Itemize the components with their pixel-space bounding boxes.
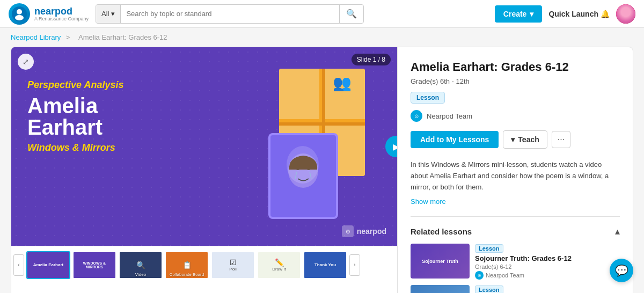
thumb-next-button[interactable]: › — [349, 254, 360, 276]
show-more-button[interactable]: Show more — [411, 197, 446, 206]
chat-icon: 💬 — [615, 264, 628, 277]
svg-point-3 — [288, 153, 318, 188]
slide-counter: Slide 1 / 8 — [352, 54, 391, 65]
svg-point-5 — [306, 166, 311, 170]
related-author-row-1: ⊙ Nearpod Team — [475, 271, 620, 280]
search-filter-dropdown[interactable]: All ▾ — [96, 5, 121, 23]
create-button[interactable]: Create ▾ — [495, 5, 543, 23]
breadcrumb-current: Amelia Earhart: Grades 6-12 — [78, 33, 167, 41]
related-card-1[interactable]: Sojourner Truth Lesson Sojourner Truth: … — [411, 244, 620, 280]
thumbnail-4[interactable]: 📋 Collaborate Board — [165, 251, 209, 279]
slide-title-main: Amelia Earhart — [27, 95, 123, 138]
author-row: ⊙ Nearpod Team — [411, 110, 620, 122]
expand-button[interactable]: ⤢ — [18, 54, 34, 70]
thumb-3-label: Video — [120, 272, 162, 277]
chevron-down-icon: ▾ — [511, 135, 515, 144]
related-card-2[interactable]: Lesson — [411, 285, 620, 293]
related-badge-2: Lesson — [475, 285, 503, 293]
related-thumb-2 — [411, 285, 470, 293]
logo-icon — [9, 3, 30, 25]
breadcrumb-library-link[interactable]: Nearpod Library — [11, 33, 61, 41]
svg-line-7 — [310, 172, 311, 179]
thumbnail-3[interactable]: 🔍 Video — [119, 251, 163, 279]
main-content: Slide 1 / 8 ⤢ Perspective Analysis Ameli… — [11, 47, 633, 293]
lesson-description: In this Windows & Mirrors mini-lesson, s… — [411, 159, 620, 193]
header: nearpod A Renaissance Company All ▾ 🔍 Cr… — [0, 0, 644, 28]
info-panel: Amelia Earhart: Grades 6-12 Grade(s) 6th… — [398, 47, 633, 293]
svg-line-6 — [295, 172, 297, 179]
more-options-button[interactable]: ··· — [552, 131, 570, 148]
thumb-prev-button[interactable]: ‹ — [13, 254, 24, 276]
slide-title-small: Perspective Analysis — [27, 79, 123, 91]
svg-point-2 — [15, 15, 24, 20]
slide-subtitle: Windows & Mirrors — [27, 142, 123, 153]
related-lessons-header: Related lessons — [411, 216, 620, 237]
search-bar: All ▾ 🔍 — [96, 4, 364, 24]
related-card-title-1: Sojourner Truth: Grades 6-12 — [475, 254, 620, 262]
logo-area: nearpod A Renaissance Company — [9, 3, 89, 25]
add-to-lessons-button[interactable]: Add to My Lessons — [411, 131, 499, 148]
thumb-4-label: Collaborate Board — [166, 272, 208, 277]
related-title: Related lessons — [411, 227, 472, 236]
lesson-badge: Lesson — [411, 92, 445, 104]
grade-label: Grade(s) 6th - 12th — [411, 77, 620, 85]
slide-viewer: Slide 1 / 8 ⤢ Perspective Analysis Ameli… — [11, 47, 397, 246]
slide-illustration: Perspective Analysis Amelia Earhart Wind… — [11, 47, 397, 246]
thumbnail-5[interactable]: ☑ Poll — [211, 251, 255, 279]
slide-nearpod-logo: ⊙ nearpod — [342, 225, 386, 237]
action-row: Add to My Lessons ▾ Teach ··· — [411, 130, 620, 149]
related-grade-1: Grade(s) 6-12 — [475, 263, 620, 270]
breadcrumb-separator: > — [66, 33, 70, 41]
author-name: Nearpod Team — [427, 112, 472, 120]
header-right: Create ▾ Quick Launch 🔔 — [495, 4, 635, 24]
breadcrumb: Nearpod Library > Amelia Earhart: Grades… — [0, 28, 644, 47]
teach-button[interactable]: ▾ Teach — [503, 130, 547, 149]
quick-launch[interactable]: Quick Launch 🔔 — [548, 10, 610, 18]
related-toggle-button[interactable] — [615, 225, 620, 237]
related-thumb-1: Sojourner Truth — [411, 244, 470, 279]
search-button[interactable]: 🔍 — [339, 5, 363, 23]
svg-point-1 — [17, 9, 22, 14]
thumbnail-2[interactable]: WINDOWS & MIRRORS — [72, 251, 116, 279]
related-badge-1: Lesson — [475, 244, 503, 253]
thumbnail-7[interactable]: Thank You — [303, 251, 347, 279]
avatar[interactable] — [616, 4, 635, 24]
related-author-icon-1: ⊙ — [475, 271, 484, 280]
related-info-1: Lesson Sojourner Truth: Grades 6-12 Grad… — [475, 244, 620, 280]
bell-icon: 🔔 — [601, 10, 610, 18]
author-icon: ⊙ — [411, 110, 422, 122]
slide-panel: Slide 1 / 8 ⤢ Perspective Analysis Ameli… — [11, 47, 398, 293]
slide-text-area: Perspective Analysis Amelia Earhart Wind… — [27, 79, 123, 153]
chevron-down-icon: ▾ — [530, 10, 533, 18]
related-info-2: Lesson — [475, 285, 620, 293]
search-icon: 🔍 — [346, 9, 357, 19]
search-input[interactable] — [121, 10, 339, 18]
lesson-title: Amelia Earhart: Grades 6-12 — [411, 60, 620, 74]
svg-point-4 — [296, 166, 300, 170]
thumbnail-strip: ‹ Amelia Earhart WINDOWS & MIRRORS 🔍 Vid… — [11, 246, 397, 283]
logo-text: nearpod A Renaissance Company — [34, 6, 89, 21]
thumbnail-6[interactable]: ✏️ Draw It — [257, 251, 301, 279]
chat-bubble[interactable]: 💬 — [610, 259, 633, 282]
window-illustration: 👥 — [268, 58, 376, 219]
related-author-name-1: Nearpod Team — [486, 272, 524, 279]
thumbnail-1[interactable]: Amelia Earhart — [26, 251, 70, 279]
